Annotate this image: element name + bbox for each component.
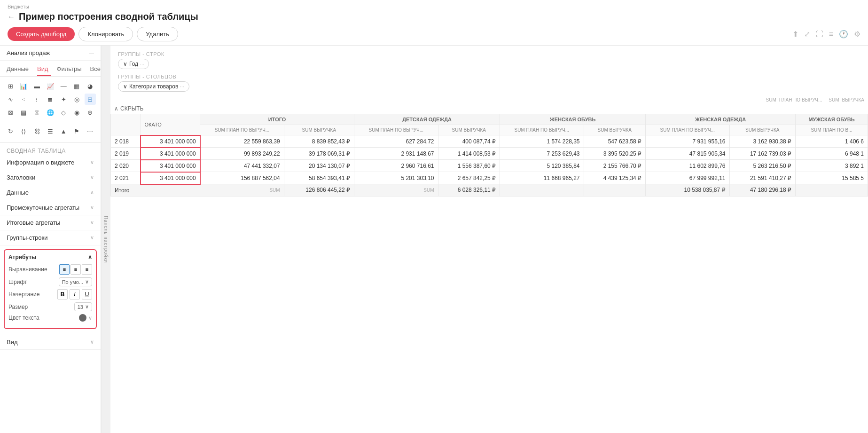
settings-icon[interactable]: ⚙ (854, 30, 860, 39)
size-value: 13 (78, 304, 83, 310)
cell-det-vyr-2019: 1 414 008,53 ₽ (438, 148, 500, 160)
scatter-icon[interactable]: ⁖ (18, 94, 29, 105)
attributes-panel: Атрибуты ∧ Выравнивание ≡ ≡ ≡ Шрифт По у… (4, 249, 97, 329)
cols-chip-arrow-icon: ∨ (123, 83, 127, 90)
area-icon[interactable]: ∿ (5, 94, 16, 105)
tab-view[interactable]: Вид (37, 63, 51, 76)
cell-zod-vyr-2020: 5 263 216,50 ₽ (729, 160, 795, 172)
rows-group-chip[interactable]: ∨ Год ··· (118, 59, 149, 69)
mixed-icon[interactable]: ⫶ (31, 94, 43, 105)
waterfall-icon[interactable]: ≣ (45, 94, 56, 105)
data-section[interactable]: Данные ∧ (0, 185, 101, 200)
total-section[interactable]: Итоговые агрегаты ∨ (0, 215, 101, 230)
cell-det-vyr-2018: 400 087,74 ₽ (438, 135, 500, 148)
analysis-label: Анализ продаж (7, 49, 50, 56)
heatmap-icon[interactable]: ▤ (18, 107, 29, 118)
cell-zobuv-plan-2018: 1 574 228,35 (500, 135, 584, 148)
radar-icon[interactable]: ✦ (58, 94, 69, 105)
upload-icon[interactable]: ⬆ (792, 30, 798, 39)
italic-button[interactable]: I (70, 289, 80, 299)
flag-icon[interactable]: ⚑ (71, 126, 82, 137)
groups-rows-label: ГРУППЫ - СТРОК (118, 51, 860, 57)
create-dashboard-button[interactable]: Создать дашборд (8, 27, 75, 41)
style-row: Начертание B I U (8, 289, 92, 299)
font-select[interactable]: По умо... ∨ (59, 277, 92, 286)
fullscreen-icon[interactable]: ⛶ (816, 30, 823, 39)
table-row: 2 021 3 401 000 000 156 887 562,04 58 65… (111, 172, 868, 184)
cell-mobuv-plan-2019: 6 948 1 (796, 148, 868, 160)
attributes-collapse-icon[interactable]: ∧ (88, 254, 92, 260)
th-empty (111, 114, 141, 135)
cell-mobuv-plan-2020: 3 892 1 (796, 160, 868, 172)
pivot-icon[interactable]: ⊟ (85, 94, 96, 105)
th-detskaya: ДЕТСКАЯ ОДЕЖДА (354, 114, 500, 125)
tab-filters[interactable]: Фильтры (57, 63, 85, 76)
clone-button[interactable]: Клонировать (78, 27, 133, 41)
list-icon[interactable]: ☰ (45, 126, 56, 137)
line-icon[interactable]: — (58, 80, 69, 92)
headers-label: Заголовки (7, 174, 35, 181)
cell-mobuv-plan-2018: 1 406 6 (796, 135, 868, 148)
html-icon[interactable]: ⟨⟩ (18, 126, 29, 137)
tab-all[interactable]: Все (90, 63, 101, 76)
align-right-button[interactable]: ≡ (82, 264, 92, 275)
grid-icon[interactable]: ⊞ (5, 80, 16, 92)
view-chevron-icon: ∨ (90, 339, 94, 345)
share-icon[interactable]: ⤢ (804, 30, 810, 39)
headers-section[interactable]: Заголовки ∨ (0, 170, 101, 185)
menu-icon[interactable]: ≡ (829, 30, 833, 39)
align-center-button[interactable]: ≡ (70, 264, 81, 275)
cell-itogo-vyr-2018: 8 839 852,43 ₽ (284, 135, 354, 148)
sum-hint-2: SUM (829, 97, 839, 102)
back-icon[interactable]: ← (8, 13, 15, 21)
align-left-button[interactable]: ≡ (59, 264, 70, 275)
history-icon[interactable]: 🕐 (839, 30, 848, 39)
bar2-icon[interactable]: 📈 (45, 80, 56, 92)
underline-button[interactable]: U (82, 289, 92, 299)
th-det-vyr: SUM ВЫРУЧКА (438, 125, 500, 135)
funnel-icon[interactable]: ⧖ (31, 107, 43, 118)
bar-icon[interactable]: 📊 (18, 80, 29, 92)
th-mobuv-plan: SUM ПЛАН ПО В... (796, 125, 868, 135)
intermediate-section[interactable]: Промежуточные агрегаты ∨ (0, 200, 101, 215)
cell-zod-plan-2019: 47 815 905,34 (646, 148, 729, 160)
pivot-table-section-label: СВОДНАЯ ТАБЛИЦА (0, 145, 101, 155)
kpi-icon[interactable]: ◇ (58, 107, 69, 118)
gauge-icon[interactable]: ◉ (71, 107, 82, 118)
pie-icon[interactable]: ◕ (85, 80, 96, 92)
settings-toggle-panel[interactable]: Панель настройки (101, 46, 110, 433)
footer-det-sum: SUM (354, 184, 438, 197)
footer-zobuv-sum (500, 184, 584, 197)
view-section[interactable]: Вид ∨ (0, 335, 101, 350)
cell-mobuv-plan-2021: 15 585 5 (796, 172, 868, 184)
row-groups-section[interactable]: Группы-строки ∨ (0, 230, 101, 245)
tab-data[interactable]: Данные (7, 63, 31, 76)
info-section[interactable]: Информация о виджете ∨ (0, 155, 101, 170)
link-icon[interactable]: ⛓ (31, 126, 43, 137)
cols-chip-menu-icon: ··· (180, 84, 184, 89)
cols-group-chip[interactable]: ∨ Категории товаров ··· (118, 81, 189, 92)
cell-itogo-plan-2019: 99 893 249,22 (200, 148, 284, 160)
chart3-icon[interactable]: ▲ (58, 126, 69, 137)
geo-icon[interactable]: 🌐 (45, 107, 56, 118)
color-picker-row: ∨ (79, 314, 92, 322)
table-row: 2 019 3 401 000 000 99 893 249,22 39 178… (111, 148, 868, 160)
table-icon[interactable]: ▦ (71, 80, 82, 92)
hide-button[interactable]: ∧ СКРЫТЬ (114, 105, 144, 112)
rows-chip-menu-icon: ··· (140, 62, 144, 67)
dots-icon[interactable]: ⋯ (85, 126, 96, 137)
refresh-icon[interactable]: ↻ (5, 126, 16, 137)
rows-chip-label: Год (129, 61, 138, 67)
donut-icon[interactable]: ◎ (71, 94, 82, 105)
cell-zod-vyr-2019: 17 162 739,03 ₽ (729, 148, 795, 160)
bold-button[interactable]: B (57, 289, 68, 299)
color-dot[interactable] (79, 314, 86, 322)
combo-icon[interactable]: ⊕ (85, 107, 96, 118)
cols-chip-label: Категории товаров (129, 83, 178, 90)
size-select[interactable]: 13 ∨ (74, 302, 92, 311)
pivot2-icon[interactable]: ⊠ (5, 107, 16, 118)
table-row: 2 018 3 401 000 000 22 559 863,39 8 839 … (111, 135, 868, 148)
groups-cols-label: ГРУППЫ - СТОЛБЦОВ (118, 74, 860, 79)
bar-h-icon[interactable]: ▬ (31, 80, 43, 92)
delete-button[interactable]: Удалить (137, 27, 178, 41)
